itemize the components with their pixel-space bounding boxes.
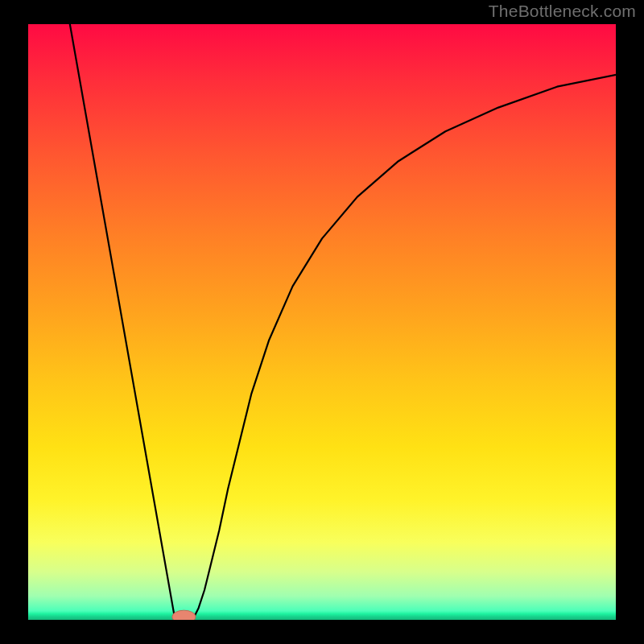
watermark-text: TheBottleneck.com xyxy=(489,2,636,21)
chart-svg xyxy=(28,24,616,620)
minimum-marker xyxy=(172,610,196,620)
bottleneck-curve xyxy=(28,24,616,620)
plot-area xyxy=(28,24,616,620)
chart-frame: TheBottleneck.com xyxy=(0,0,644,644)
